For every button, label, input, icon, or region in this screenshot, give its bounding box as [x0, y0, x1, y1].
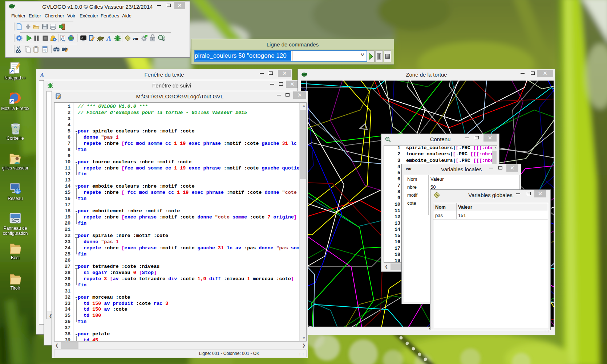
svg-text:A: A [106, 34, 112, 42]
svg-text:A: A [40, 72, 44, 78]
svg-text:x: x [45, 50, 46, 53]
svg-text:var: var [133, 36, 139, 41]
